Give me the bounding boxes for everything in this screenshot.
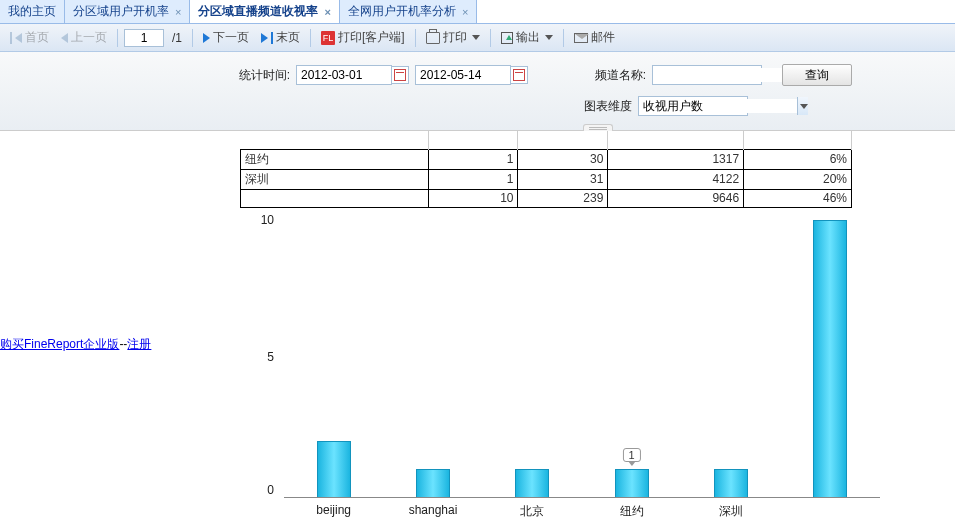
cell: 20%	[744, 169, 852, 189]
date-from-input[interactable]	[296, 65, 392, 85]
cell-region: 纽约	[241, 149, 429, 169]
arrow-right-icon	[203, 33, 210, 43]
bar-slot	[781, 220, 880, 497]
plot-area: 1	[284, 220, 880, 498]
tab-network-boot-rate[interactable]: 全网用户开机率分析×	[340, 0, 477, 23]
x-axis: beijingshanghai北京纽约深圳	[284, 503, 880, 520]
arrow-left-icon	[61, 33, 68, 43]
dimension-input[interactable]	[639, 99, 797, 113]
cell-region: 深圳	[241, 169, 429, 189]
chevron-down-icon	[545, 35, 553, 40]
cell: 6%	[744, 149, 852, 169]
calendar-icon[interactable]	[391, 66, 409, 84]
cell: 1	[428, 169, 518, 189]
button-label: 末页	[276, 29, 300, 46]
button-label: 输出	[516, 29, 540, 46]
close-icon[interactable]: ×	[324, 6, 330, 18]
arrow-left-icon	[15, 33, 22, 43]
tab-region-boot-rate[interactable]: 分区域用户开机率×	[65, 0, 190, 23]
mail-icon	[574, 33, 588, 43]
bar-tooltip: 1	[623, 448, 641, 462]
prev-page-button[interactable]: 上一页	[57, 27, 111, 48]
cell: 1317	[608, 149, 744, 169]
bar[interactable]	[317, 441, 351, 496]
close-icon[interactable]: ×	[462, 6, 468, 18]
tab-label: 我的主页	[8, 3, 56, 20]
y-tick: 0	[267, 483, 274, 497]
cell: 239	[518, 189, 608, 207]
x-tick	[781, 503, 880, 520]
cell: 30	[518, 149, 608, 169]
table-row: 10239964646%	[241, 189, 852, 207]
y-axis: 10 5 0	[240, 216, 280, 498]
print-client-button[interactable]: FL打印[客户端]	[317, 27, 409, 48]
print-button[interactable]: 打印	[422, 27, 484, 48]
tabs-bar: 我的主页 分区域用户开机率× 分区域直播频道收视率× 全网用户开机率分析×	[0, 0, 955, 24]
cell: 9646	[608, 189, 744, 207]
chevron-down-icon[interactable]	[797, 97, 808, 115]
bar-chart: 10 5 0 1 beijingshanghai北京纽约深圳	[240, 216, 880, 526]
printer-icon	[426, 32, 440, 44]
bar[interactable]	[813, 220, 847, 497]
cell: 10	[428, 189, 518, 207]
register-link[interactable]: 注册	[127, 337, 151, 351]
filter-panel: 统计时间: 频道名称: 查询 图表维度	[0, 52, 955, 131]
next-page-button[interactable]: 下一页	[199, 27, 253, 48]
calendar-icon[interactable]	[510, 66, 528, 84]
x-tick: 纽约	[582, 503, 681, 520]
button-label: 打印[客户端]	[338, 29, 405, 46]
button-label: 下一页	[213, 29, 249, 46]
x-tick: shanghai	[383, 503, 482, 520]
bar-slot: 1	[582, 220, 681, 497]
bar[interactable]	[515, 469, 549, 497]
y-tick: 5	[267, 350, 274, 364]
bar-slot	[383, 220, 482, 497]
dimension-label: 图表维度	[0, 98, 632, 115]
tab-label: 分区域直播频道收视率	[198, 3, 318, 20]
mail-button[interactable]: 邮件	[570, 27, 619, 48]
cell: 1	[428, 149, 518, 169]
data-table: 纽约13013176% 深圳131412220% 10239964646%	[240, 131, 852, 208]
tab-label: 分区域用户开机率	[73, 3, 169, 20]
time-label: 统计时间:	[0, 67, 290, 84]
chevron-down-icon	[472, 35, 480, 40]
tab-region-channel-rating[interactable]: 分区域直播频道收视率×	[190, 0, 339, 23]
separator	[490, 29, 491, 47]
x-tick: beijing	[284, 503, 383, 520]
buy-link[interactable]: 购买FineReport企业版	[0, 337, 119, 351]
separator	[310, 29, 311, 47]
channel-select[interactable]	[652, 65, 762, 85]
bar[interactable]	[714, 469, 748, 497]
separator	[117, 29, 118, 47]
date-to-input[interactable]	[415, 65, 511, 85]
flash-icon: FL	[321, 31, 335, 45]
cell-region	[241, 189, 429, 207]
separator	[192, 29, 193, 47]
query-button[interactable]: 查询	[782, 64, 852, 86]
button-label: 首页	[25, 29, 49, 46]
channel-label: 频道名称:	[528, 67, 646, 84]
tab-my-home[interactable]: 我的主页	[0, 0, 65, 23]
page-number-input[interactable]	[124, 29, 164, 47]
first-page-button[interactable]: 首页	[6, 27, 53, 48]
export-icon	[501, 32, 513, 44]
last-icon	[271, 32, 273, 44]
y-tick: 10	[261, 213, 274, 227]
bar-slot	[284, 220, 383, 497]
drag-handle-icon[interactable]	[583, 124, 613, 131]
cell: 31	[518, 169, 608, 189]
last-page-button[interactable]: 末页	[257, 27, 304, 48]
export-button[interactable]: 输出	[497, 27, 557, 48]
content-area: 购买FineReport企业版--注册 纽约13013176% 深圳131412…	[0, 131, 955, 526]
close-icon[interactable]: ×	[175, 6, 181, 18]
bar[interactable]	[416, 469, 450, 497]
toolbar: 首页 上一页 /1 下一页 末页 FL打印[客户端] 打印 输出 邮件	[0, 24, 955, 52]
button-label: 打印	[443, 29, 467, 46]
cell: 4122	[608, 169, 744, 189]
arrow-right-icon	[261, 33, 268, 43]
bar[interactable]: 1	[615, 469, 649, 497]
separator	[563, 29, 564, 47]
dimension-select[interactable]	[638, 96, 748, 116]
page-total: /1	[172, 31, 182, 45]
bar-slot	[681, 220, 780, 497]
